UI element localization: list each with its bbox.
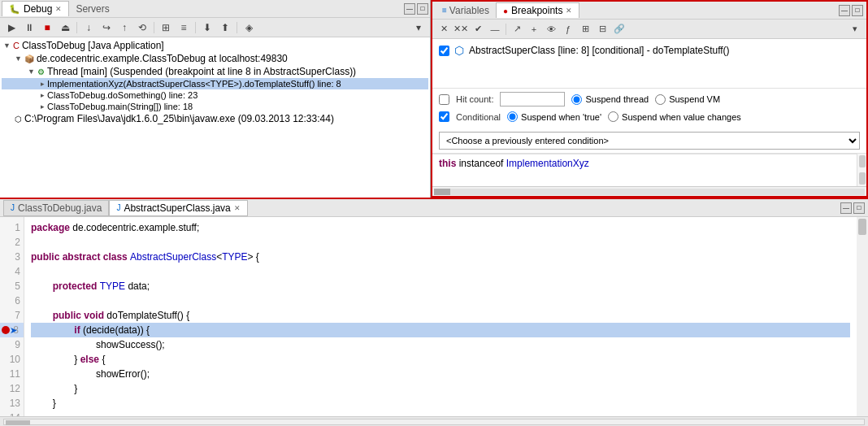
tree-item-label: C:\Program Files\Java\jdk1.6.0_25\bin\ja… [24,113,334,124]
editor-code-area[interactable]: package de.codecentric.example.stuff; pu… [24,217,857,416]
gutter-6: 6 [0,293,24,308]
tab-debug-label: Debug [24,3,52,15]
tab-class-to-debug[interactable]: J ClassToDebug.java [3,200,109,216]
tree-item-stack-0[interactable]: ▸ ImplementationXyz(AbstractSuperClass<T… [2,78,428,89]
collapse-all-button[interactable]: ⊟ [594,22,610,37]
scroll-thumb-down [859,172,866,185]
editor-scrollbar[interactable] [857,217,868,416]
tree-item-class[interactable]: ▼ 📦 de.codecentric.example.ClassToDebug … [2,52,428,65]
suspend-changes-radio[interactable] [608,111,618,122]
tree-item-label: ClassToDebug.main(String[]) line: 18 [47,102,193,111]
stack-icon: ▸ [41,80,45,88]
add-method-bp-button[interactable]: ƒ [560,22,576,37]
code-line-2 [31,235,850,250]
conditional-label: Conditional [456,112,501,122]
bp-view-menu-button[interactable]: ▾ [847,22,863,37]
suspend-changes-label: Suspend when value changes [622,112,741,122]
add-watch-bp-button[interactable]: 👁 [543,22,559,37]
debug-icon: 🐛 [9,4,20,15]
code-area-scrollbar[interactable] [857,154,866,186]
use-step-filters-button[interactable]: ⊞ [158,20,174,35]
gutter-10: 10 [0,352,24,367]
remove-bp-button[interactable]: ✕ [436,22,452,37]
suspend-button[interactable]: ⏸ [21,20,37,35]
enable-bp-button[interactable]: ✔ [470,22,486,37]
process-icon: ⬡ [15,115,22,124]
code-line-7: public void doTemplateStuff() { [31,308,850,323]
stop-button[interactable]: ■ [39,20,55,35]
step-filter-button[interactable]: ≡ [176,20,192,35]
drop-frame-button[interactable]: ⟲ [134,20,150,35]
tab-servers-label: Servers [76,3,109,15]
hit-count-input[interactable] [500,92,565,106]
export-bp-button[interactable]: ↗ [509,22,525,37]
hit-count-label: Hit count: [456,94,493,104]
code-line-5: protected TYPE data; [31,279,850,293]
hit-count-checkbox[interactable] [439,94,449,105]
close-icon[interactable]: ✕ [566,7,572,15]
tab-abstract-super-class-label: AbstractSuperClass.java [124,202,230,214]
condition-code-area[interactable]: this instanceof ImplementationXyz [432,154,857,186]
horizontal-scrollbar[interactable] [432,186,866,196]
debug-toolbar: ▶ ⏸ ■ ⏏ ↓ ↪ ↑ ⟲ ⊞ ≡ ⬇ ⬆ ◈ ▾ [0,18,430,37]
tree-item-application[interactable]: ▼ C ClassToDebug [Java Application] [2,39,428,52]
instruction-step-into-button[interactable]: ⬇ [199,20,215,35]
code-line-10: } else { [31,352,850,367]
bp-window-controls: — □ [839,5,863,16]
step-into-button[interactable]: ↓ [80,20,97,35]
disconnect-button[interactable]: ⏏ [57,20,73,35]
tab-breakpoints[interactable]: ● Breakpoints ✕ [496,2,579,18]
tab-variables[interactable]: ≡ Variables [436,3,496,18]
breakpoint-checkbox[interactable] [439,46,449,56]
tab-debug[interactable]: 🐛 Debug ✕ [2,1,69,16]
editor-maximize-button[interactable]: □ [853,202,865,214]
close-icon[interactable]: ✕ [234,204,241,212]
step-over-button[interactable]: ↪ [98,20,115,35]
conditional-checkbox[interactable] [439,111,449,122]
view-menu-debug[interactable]: ▾ [410,20,427,35]
variables-icon: ≡ [442,6,447,15]
tree-item-process[interactable]: ⬡ C:\Program Files\Java\jdk1.6.0_25\bin\… [2,112,428,125]
expand-all-button[interactable]: ⊞ [577,22,593,37]
suspend-true-label: Suspend when 'true' [521,112,601,122]
bp-maximize-button[interactable]: □ [852,5,863,16]
tree-item-thread[interactable]: ▼ ⚙ Thread [main] (Suspended (breakpoint… [2,65,428,78]
package-icon: 📦 [24,54,34,63]
suspend-vm-radio[interactable] [655,94,666,105]
suspend-true-radio[interactable] [507,111,518,122]
suspend-vm-label: Suspend VM [669,94,720,104]
tab-variables-label: Variables [449,5,489,16]
disable-bp-button[interactable]: — [487,22,503,37]
tree-item-stack-1[interactable]: ▸ ClassToDebug.doSomething() line: 23 [2,89,428,101]
maximize-button[interactable]: □ [417,3,428,15]
code-operator: instanceof [459,158,504,169]
bottom-scrollbar[interactable] [3,419,865,425]
class-icon: C [13,41,20,50]
editor-minimize-button[interactable]: — [840,202,852,214]
close-icon[interactable]: ✕ [55,5,62,13]
add-bp-button[interactable]: + [526,22,542,37]
breakpoints-icon: ● [503,7,508,15]
gutter-7: 7 [0,308,24,323]
tree-item-label: Thread [main] (Suspended (breakpoint at … [47,66,356,77]
code-line-11: showError(); [31,367,850,381]
tab-abstract-super-class[interactable]: J AbstractSuperClass.java ✕ [109,200,247,216]
java-file-icon-2: J [116,203,120,212]
resume-button[interactable]: ▶ [3,20,20,35]
editor-tab-bar: J ClassToDebug.java J AbstractSuperClass… [0,199,868,217]
remove-all-bp-button[interactable]: ✕✕ [453,22,469,37]
bp-minimize-button[interactable]: — [839,5,850,16]
suspend-thread-radio[interactable] [571,94,582,105]
gutter-8: 8 ➤ [0,323,24,337]
link-editor-button[interactable]: 🔗 [611,22,627,37]
step-return-button[interactable]: ↑ [116,20,132,35]
gutter-1: 1 [0,220,24,235]
condition-dropdown[interactable]: <Choose a previously entered condition> [439,132,860,150]
tree-item-stack-2[interactable]: ▸ ClassToDebug.main(String[]) line: 18 [2,101,428,112]
toggle-memento-button[interactable]: ◈ [241,20,257,35]
minimize-button[interactable]: — [404,3,415,15]
instruction-step-over-button[interactable]: ⬆ [217,20,233,35]
tab-class-to-debug-label: ClassToDebug.java [18,202,102,214]
tab-servers[interactable]: Servers [69,2,115,16]
breakpoint-entry[interactable]: ⬡ AbstractSuperClass [line: 8] [conditio… [439,42,860,59]
